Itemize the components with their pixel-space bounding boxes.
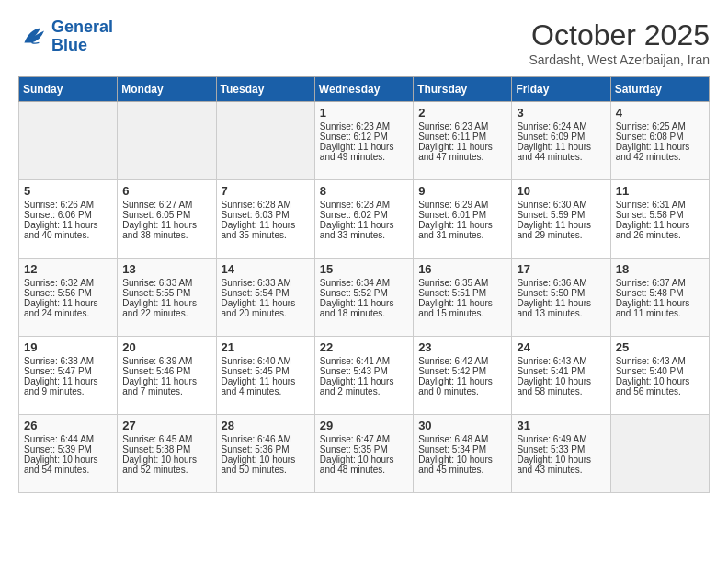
day-number: 21 [222,340,310,354]
day-number: 28 [222,419,310,432]
sunset-text: Sunset: 6:03 PM [222,210,310,220]
daylight-text: Daylight: 11 hours and 35 minutes. [222,220,310,240]
sunrise-text: Sunrise: 6:43 AM [517,356,605,366]
sunrise-text: Sunrise: 6:45 AM [122,434,210,444]
day-number: 16 [418,262,506,276]
day-number: 26 [24,419,112,432]
sunset-text: Sunset: 5:47 PM [24,366,112,376]
day-number: 3 [517,106,605,120]
daylight-text: Daylight: 11 hours and 33 minutes. [320,220,408,240]
calendar-cell: 31Sunrise: 6:49 AMSunset: 5:33 PMDayligh… [512,415,610,493]
sunrise-text: Sunrise: 6:27 AM [122,200,210,210]
sunrise-text: Sunrise: 6:42 AM [418,356,506,366]
calendar-cell [610,415,709,493]
sunset-text: Sunset: 6:05 PM [122,210,210,220]
daylight-text: Daylight: 11 hours and 29 minutes. [517,220,605,240]
daylight-text: Daylight: 11 hours and 0 minutes. [418,376,506,396]
logo-text: General Blue [51,18,113,55]
day-number: 15 [320,262,408,276]
sunset-text: Sunset: 5:42 PM [418,366,506,376]
daylight-text: Daylight: 11 hours and 4 minutes. [222,376,310,396]
calendar-cell: 9Sunrise: 6:29 AMSunset: 6:01 PMDaylight… [414,180,512,259]
calendar-week-1: 1Sunrise: 6:23 AMSunset: 6:12 PMDaylight… [19,102,710,180]
sunrise-text: Sunrise: 6:24 AM [517,121,605,132]
daylight-text: Daylight: 11 hours and 42 minutes. [616,142,704,162]
sunset-text: Sunset: 6:01 PM [418,210,506,220]
sunrise-text: Sunrise: 6:43 AM [616,356,704,366]
weekday-header-tuesday: Tuesday [216,77,314,102]
weekday-header-monday: Monday [118,77,216,102]
daylight-text: Daylight: 11 hours and 13 minutes. [517,298,605,318]
sunrise-text: Sunrise: 6:25 AM [616,121,704,132]
calendar-cell: 3Sunrise: 6:24 AMSunset: 6:09 PMDaylight… [512,102,610,180]
sunrise-text: Sunrise: 6:33 AM [122,278,210,288]
sunrise-text: Sunrise: 6:31 AM [616,200,704,210]
day-number: 12 [24,262,112,276]
daylight-text: Daylight: 11 hours and 26 minutes. [616,220,704,240]
calendar-cell [118,102,216,180]
daylight-text: Daylight: 11 hours and 49 minutes. [320,142,408,162]
calendar-cell: 5Sunrise: 6:26 AMSunset: 6:06 PMDaylight… [19,180,118,259]
sunset-text: Sunset: 6:12 PM [320,132,408,142]
day-number: 29 [320,419,408,432]
daylight-text: Daylight: 11 hours and 31 minutes. [418,220,506,240]
sunset-text: Sunset: 5:35 PM [320,444,408,454]
day-number: 11 [616,184,704,198]
calendar-cell: 7Sunrise: 6:28 AMSunset: 6:03 PMDaylight… [216,180,314,259]
daylight-text: Daylight: 11 hours and 24 minutes. [24,298,112,318]
calendar-cell: 24Sunrise: 6:43 AMSunset: 5:41 PMDayligh… [512,337,610,415]
sunrise-text: Sunrise: 6:26 AM [24,200,112,210]
sunrise-text: Sunrise: 6:23 AM [320,121,408,132]
calendar-cell: 20Sunrise: 6:39 AMSunset: 5:46 PMDayligh… [118,337,216,415]
calendar-cell [216,102,314,180]
day-number: 2 [418,106,506,120]
calendar-cell: 2Sunrise: 6:23 AMSunset: 6:11 PMDaylight… [414,102,512,180]
sunrise-text: Sunrise: 6:30 AM [517,200,605,210]
calendar-cell: 21Sunrise: 6:40 AMSunset: 5:45 PMDayligh… [216,337,314,415]
sunset-text: Sunset: 6:09 PM [517,132,605,142]
calendar-cell: 29Sunrise: 6:47 AMSunset: 5:35 PMDayligh… [314,415,413,493]
sunrise-text: Sunrise: 6:41 AM [320,356,408,366]
sunset-text: Sunset: 6:08 PM [616,132,704,142]
calendar-cell: 1Sunrise: 6:23 AMSunset: 6:12 PMDaylight… [314,102,413,180]
day-number: 1 [320,106,408,120]
day-number: 13 [122,262,210,276]
day-number: 25 [616,340,704,354]
sunset-text: Sunset: 5:55 PM [122,288,210,298]
day-number: 5 [24,184,112,198]
sunset-text: Sunset: 5:38 PM [122,444,210,454]
sunrise-text: Sunrise: 6:36 AM [517,278,605,288]
sunrise-text: Sunrise: 6:40 AM [222,356,310,366]
daylight-text: Daylight: 11 hours and 9 minutes. [24,376,112,396]
calendar-week-4: 19Sunrise: 6:38 AMSunset: 5:47 PMDayligh… [19,337,710,415]
sunset-text: Sunset: 6:11 PM [418,132,506,142]
day-number: 6 [122,184,210,198]
calendar-cell: 10Sunrise: 6:30 AMSunset: 5:59 PMDayligh… [512,180,610,259]
sunrise-text: Sunrise: 6:46 AM [222,434,310,444]
day-number: 18 [616,262,704,276]
sunrise-text: Sunrise: 6:38 AM [24,356,112,366]
weekday-header-sunday: Sunday [19,77,118,102]
sunset-text: Sunset: 5:54 PM [222,288,310,298]
daylight-text: Daylight: 11 hours and 38 minutes. [122,220,210,240]
daylight-text: Daylight: 11 hours and 22 minutes. [122,298,210,318]
calendar-cell [19,102,118,180]
daylight-text: Daylight: 10 hours and 45 minutes. [418,454,506,475]
sunset-text: Sunset: 5:36 PM [222,444,310,454]
daylight-text: Daylight: 10 hours and 43 minutes. [517,454,605,475]
daylight-text: Daylight: 11 hours and 15 minutes. [418,298,506,318]
sunset-text: Sunset: 6:02 PM [320,210,408,220]
day-number: 10 [517,184,605,198]
logo: General Blue [18,18,113,55]
calendar-table: SundayMondayTuesdayWednesdayThursdayFrid… [18,76,710,493]
day-number: 4 [616,106,704,120]
calendar-cell: 28Sunrise: 6:46 AMSunset: 5:36 PMDayligh… [216,415,314,493]
daylight-text: Daylight: 11 hours and 20 minutes. [222,298,310,318]
sunrise-text: Sunrise: 6:34 AM [320,278,408,288]
daylight-text: Daylight: 10 hours and 48 minutes. [320,454,408,475]
sunset-text: Sunset: 5:46 PM [122,366,210,376]
sunrise-text: Sunrise: 6:33 AM [222,278,310,288]
sunrise-text: Sunrise: 6:49 AM [517,434,605,444]
calendar-week-2: 5Sunrise: 6:26 AMSunset: 6:06 PMDaylight… [19,180,710,259]
calendar-cell: 19Sunrise: 6:38 AMSunset: 5:47 PMDayligh… [19,337,118,415]
